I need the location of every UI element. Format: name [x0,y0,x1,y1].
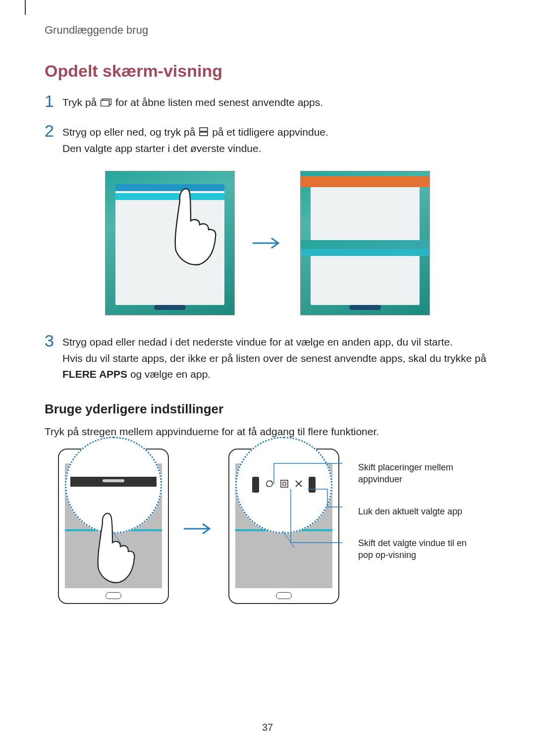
svg-rect-3 [281,480,288,487]
arrow-right-icon [184,523,214,535]
step-text-post: på et tidligere appvindue. [212,126,328,138]
step-text-line1: Stryg opad eller nedad i det nederste vi… [62,336,453,348]
step-number: 3 [45,332,62,349]
section-title: Opdelt skærm-visning [45,61,490,81]
recent-apps-icon [101,95,111,111]
arrow-right-icon [253,237,282,249]
step-text-pre: Tryk på [62,97,100,108]
swap-icon [265,479,274,491]
device-left-wrapper [58,449,169,604]
step-text-line2: Den valgte app starter i det øverste vin… [62,143,262,154]
step-text-post: for at åbne listen med senest anvendte a… [115,97,323,108]
step-text-line2a: Hvis du vil starte apps, der ikke er på … [62,353,486,364]
figure-row-2: Skift placeringer mellem appvinduer Luk … [45,449,490,604]
step-2: 2 Stryg op eller ned, og tryk på på et t… [45,124,490,157]
sub-heading: Bruge yderligere indstillinger [45,402,490,417]
callouts: Skift placeringer mellem appvinduer Luk … [358,461,477,561]
callout-close: Luk den aktuelt valgte app [358,505,477,517]
page-number: 37 [262,722,273,733]
step-number: 1 [45,93,62,109]
svg-rect-2 [200,132,208,136]
callout-swap: Skift placeringer mellem appvinduer [358,461,477,486]
svg-rect-0 [101,101,109,106]
figure-right [300,171,430,315]
step-3: 3 Stryg opad eller nedad i det nederste … [45,334,490,383]
popup-icon [280,479,289,490]
hand-gesture-icon [165,181,229,270]
step-text-line2b: og vælge en app. [127,368,211,380]
bold-label: FLERE APPS [62,368,127,380]
figure-left [105,171,235,315]
svg-rect-4 [283,482,286,485]
svg-rect-1 [200,128,208,131]
zoom-circle-controls [235,437,332,534]
step-number: 2 [45,122,62,139]
page-header: Grundlæggende brug [45,24,490,37]
step-text-pre: Stryg op eller ned, og tryk på [62,126,198,138]
split-window-icon [199,125,208,141]
device-right-wrapper [228,449,339,604]
hand-gesture-icon [88,508,142,587]
figure-row-1 [45,171,490,315]
close-icon [294,479,303,490]
callout-popup: Skift det valgte vindue til en pop op-vi… [358,537,477,561]
step-1: 1 Tryk på for at åbne listen med senest … [45,95,490,111]
